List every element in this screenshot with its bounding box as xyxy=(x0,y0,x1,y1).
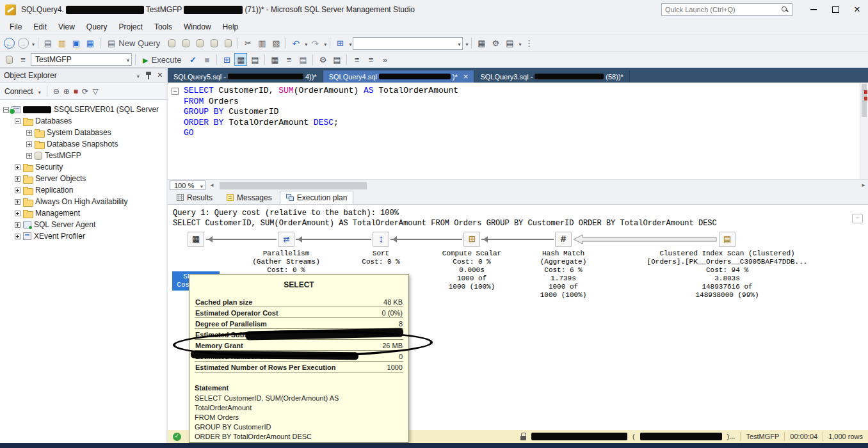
new-db-engine-query-button[interactable] xyxy=(165,37,178,50)
results-to-file-button[interactable] xyxy=(296,53,309,66)
menu-tools[interactable]: Tools xyxy=(149,20,178,33)
save-button[interactable] xyxy=(70,37,83,50)
designer-dropdown-icon[interactable] xyxy=(349,39,351,48)
results-to-text-button[interactable] xyxy=(282,53,295,66)
tree-item-server[interactable]: SSQLSERVER01 (SQL Server xyxy=(0,104,166,115)
options-button[interactable] xyxy=(489,37,502,50)
expand-icon[interactable] xyxy=(15,199,20,205)
tree-item-testmgfp[interactable]: TestMGFP xyxy=(0,150,166,161)
tree-item-management[interactable]: Management xyxy=(0,207,166,219)
menu-edit[interactable]: Edit xyxy=(28,20,52,33)
tree-item-databases[interactable]: Databases xyxy=(0,115,166,127)
expand-icon[interactable] xyxy=(26,130,32,136)
collapse-icon[interactable] xyxy=(15,118,20,124)
comment-button[interactable] xyxy=(350,53,363,66)
tree-item-system-databases[interactable]: System Databases xyxy=(0,127,166,138)
zoom-dropdown-icon[interactable] xyxy=(200,182,203,189)
scroll-right-icon[interactable]: ► xyxy=(859,182,868,188)
scrollbar-thumb[interactable] xyxy=(220,182,367,189)
new-analysis-query-button[interactable] xyxy=(179,37,192,50)
filter-icon[interactable]: ▽ xyxy=(92,87,98,96)
plan-node-compute-scalar[interactable]: Compute Scalar Cost: 0 % 0.000s 1000 of … xyxy=(433,232,510,291)
paste-button[interactable] xyxy=(269,37,282,50)
live-statistics-button[interactable] xyxy=(248,53,261,66)
tree-item-replication[interactable]: Replication xyxy=(0,184,166,196)
intellisense-button[interactable] xyxy=(330,53,343,66)
new-xmla-query-button[interactable] xyxy=(221,37,234,50)
maximize-button[interactable] xyxy=(824,1,846,19)
solution-explorer-button[interactable] xyxy=(475,37,488,50)
expand-icon[interactable] xyxy=(15,211,20,216)
tab-sqlquery4[interactable]: SQLQuery4.sql )* xyxy=(323,70,475,83)
close-button[interactable] xyxy=(846,1,868,19)
connect-server-icon[interactable]: ⊕ xyxy=(63,87,70,96)
query-designer-button[interactable] xyxy=(334,37,346,50)
save-all-button[interactable] xyxy=(84,37,97,50)
toolbar-dropdown-icon[interactable] xyxy=(518,39,521,48)
expand-icon[interactable] xyxy=(26,141,32,147)
menu-project[interactable]: Project xyxy=(113,20,149,33)
tab-results[interactable]: Results xyxy=(170,191,219,204)
stop-button[interactable] xyxy=(200,53,213,66)
disconnect-icon[interactable]: ⊖ xyxy=(53,87,60,96)
new-mdx-query-button[interactable] xyxy=(193,37,206,50)
menu-view[interactable]: View xyxy=(52,20,81,33)
close-panel-icon[interactable] xyxy=(157,71,163,80)
include-actual-plan-button[interactable] xyxy=(234,53,247,66)
connect-button[interactable]: Connect xyxy=(4,87,33,96)
navigate-forward-button[interactable]: → xyxy=(17,37,29,50)
cut-button[interactable] xyxy=(241,37,254,50)
tab-sqlquery3[interactable]: SQLQuery3.sql - (58))* xyxy=(474,70,629,83)
editor-horizontal-scrollbar[interactable] xyxy=(220,182,856,189)
expand-icon[interactable] xyxy=(26,153,32,159)
scroll-left-icon[interactable]: ◄ xyxy=(207,182,216,188)
stop-icon[interactable]: ■ xyxy=(74,87,78,96)
tree-item-database-snapshots[interactable]: Database Snapshots xyxy=(0,138,166,150)
results-to-grid-button[interactable] xyxy=(268,53,281,66)
query-options-button[interactable] xyxy=(316,53,329,66)
connect-db-button[interactable] xyxy=(3,53,15,66)
parse-button[interactable] xyxy=(186,53,199,66)
redo-button[interactable] xyxy=(309,37,321,50)
connect-dropdown-icon[interactable] xyxy=(38,87,41,96)
menu-file[interactable]: File xyxy=(4,20,28,33)
expand-icon[interactable] xyxy=(15,176,20,182)
pin-icon[interactable] xyxy=(145,72,152,79)
expand-icon[interactable] xyxy=(15,234,20,239)
properties-window-button[interactable] xyxy=(503,37,516,50)
menu-help[interactable]: Help xyxy=(217,20,245,33)
indent-button[interactable] xyxy=(364,53,377,66)
plan-node-sort[interactable]: Sort Cost: 0 % xyxy=(352,232,410,266)
nav-dropdown-icon[interactable] xyxy=(32,39,35,48)
change-connection-button[interactable] xyxy=(17,53,29,66)
quick-launch-box[interactable] xyxy=(661,3,792,16)
collapse-plan-icon[interactable] xyxy=(852,214,863,223)
open-file-button[interactable] xyxy=(56,37,68,50)
database-dropdown-icon[interactable] xyxy=(127,55,129,64)
menu-window[interactable]: Window xyxy=(178,20,217,33)
zoom-selector[interactable]: 100 % xyxy=(170,180,205,190)
toolbar-overflow-icon[interactable] xyxy=(378,53,391,66)
undo-button[interactable] xyxy=(289,37,302,50)
refresh-icon[interactable]: ⟳ xyxy=(82,87,88,96)
toolbar-dropdown-icon[interactable] xyxy=(465,39,468,48)
estimated-plan-button[interactable] xyxy=(220,53,233,66)
redo-dropdown-icon[interactable] xyxy=(324,39,326,48)
tree-item-always-on[interactable]: Always On High Availability xyxy=(0,196,166,207)
tree-item-security[interactable]: Security xyxy=(0,161,166,173)
tab-sqlquery5[interactable]: SQLQuery5.sql - 4))* xyxy=(168,70,323,83)
scrollbar-thumb[interactable] xyxy=(862,84,867,117)
expand-icon[interactable] xyxy=(15,164,20,170)
code-fold-icon[interactable] xyxy=(172,88,179,95)
new-dmx-query-button[interactable] xyxy=(207,37,220,50)
editor-vertical-scrollbar[interactable] xyxy=(860,83,868,179)
undo-dropdown-icon[interactable] xyxy=(305,39,307,48)
copy-button[interactable] xyxy=(255,37,268,50)
collapse-icon[interactable] xyxy=(3,107,9,113)
execute-button[interactable]: Execute xyxy=(139,53,185,66)
new-query-button[interactable]: New Query xyxy=(104,37,164,50)
tree-item-sql-server-agent[interactable]: SQL Server Agent xyxy=(0,219,166,230)
tab-execution-plan[interactable]: Execution plan xyxy=(280,191,354,204)
toolbar-overflow-icon[interactable] xyxy=(522,37,535,50)
tree-item-server-objects[interactable]: Server Objects xyxy=(0,173,166,184)
